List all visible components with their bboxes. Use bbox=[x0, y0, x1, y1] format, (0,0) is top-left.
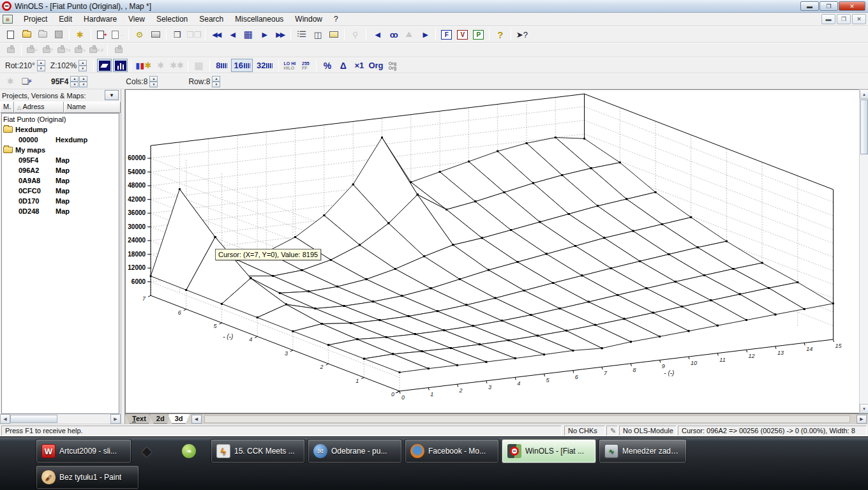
nav-last-icon[interactable]: ▶▶ bbox=[273, 28, 287, 41]
download-icon[interactable]: ⚙ bbox=[132, 28, 147, 41]
mdi-close-button[interactable]: ✕ bbox=[852, 14, 866, 24]
menu-window[interactable]: Window bbox=[289, 13, 328, 25]
import-file-icon[interactable]: + bbox=[94, 28, 109, 41]
map-3d-view[interactable]: 6000120001800024000300003600042000480005… bbox=[125, 89, 859, 413]
percent-button[interactable]: % bbox=[320, 59, 334, 72]
address-spinner-2[interactable]: ▲▼ bbox=[79, 76, 87, 87]
tree-item-hexdump[interactable]: 00000Hexdump bbox=[2, 135, 119, 145]
scroll-right-icon[interactable]: ▶ bbox=[110, 414, 121, 424]
tree-item-0D170[interactable]: 0D170Map bbox=[2, 196, 119, 206]
restore-button[interactable]: ❐ bbox=[819, 1, 838, 11]
scroll-down-icon[interactable]: ▼ bbox=[860, 404, 868, 413]
scroll-left-icon[interactable]: ◀ bbox=[0, 414, 10, 424]
zoom-spinner[interactable]: ▲▼ bbox=[79, 60, 87, 71]
column-m[interactable]: M. bbox=[0, 101, 14, 113]
tree-item-0A9A8[interactable]: 0A9A8Map bbox=[2, 175, 119, 186]
row-spinner[interactable]: ▲▼ bbox=[212, 76, 220, 87]
cols-spinner[interactable]: ▲▼ bbox=[149, 76, 158, 87]
view-3d-bars-icon[interactable] bbox=[113, 59, 128, 72]
menu-project[interactable]: Project bbox=[18, 13, 53, 25]
scroll-thumb[interactable] bbox=[10, 415, 57, 423]
export-file-icon: → bbox=[110, 28, 125, 41]
tree-item-0CFC0[interactable]: 0CFC0Map bbox=[2, 186, 119, 196]
search-prev-icon[interactable]: ◀ bbox=[370, 28, 384, 41]
panel-hscrollbar[interactable]: ◀ ▶ bbox=[0, 414, 121, 424]
org-org-button: OrgOrg bbox=[385, 59, 400, 72]
open-project-icon[interactable] bbox=[19, 28, 34, 41]
taskbar-inkscape[interactable]: ◆ bbox=[134, 439, 160, 463]
column-name[interactable]: Name bbox=[64, 101, 121, 113]
taskbar-artcut[interactable]: W Artcut2009 - sli... bbox=[36, 439, 131, 463]
menu-help[interactable]: ? bbox=[328, 13, 344, 25]
svg-text:1: 1 bbox=[430, 391, 433, 397]
print-icon[interactable] bbox=[148, 28, 163, 41]
width-16-button[interactable]: 16 bbox=[231, 59, 252, 72]
map-wizard-icon[interactable]: ▮▮✱ bbox=[135, 59, 152, 72]
wizard-icon[interactable]: ✱ bbox=[73, 28, 87, 41]
tab-2d[interactable]: 2d bbox=[149, 414, 172, 424]
tree-item-095F4[interactable]: 095F4Map bbox=[2, 155, 119, 165]
mdi-minimize-button[interactable]: ▬ bbox=[821, 14, 835, 24]
original-button[interactable]: Org bbox=[368, 59, 384, 72]
factor-x1-button[interactable]: ×1 bbox=[352, 59, 366, 72]
new-project-icon[interactable] bbox=[3, 28, 18, 41]
tab-text[interactable]: Text bbox=[125, 414, 153, 424]
tree-item-0D248[interactable]: 0D248Map bbox=[2, 206, 119, 216]
taskbar-paint[interactable]: 🖌 Bez tytułu1 - Paint bbox=[36, 465, 139, 489]
statusbar: Press F1 to receive help. No CHKs ✎ No O… bbox=[0, 424, 868, 436]
tab-scroll-track[interactable] bbox=[204, 415, 851, 423]
nav-next-icon[interactable]: ▶ bbox=[257, 28, 271, 41]
taskbar-coreldraw[interactable]: ❧ bbox=[176, 439, 202, 463]
column-adress[interactable]: △ Adress bbox=[14, 101, 64, 113]
tree-folder-mymaps[interactable]: My maps bbox=[2, 145, 119, 155]
rotation-spinner[interactable]: ▲▼ bbox=[37, 60, 45, 71]
tree-project-row[interactable]: Fiat Punto (Original) bbox=[2, 114, 119, 124]
taskbar-thunderbird[interactable]: ✉ Odebrane - pu... bbox=[308, 439, 402, 463]
menu-search[interactable]: Search bbox=[193, 13, 229, 25]
address-spinner-1[interactable]: ▲▼ bbox=[70, 76, 79, 87]
tree-folder-hexdump[interactable]: Hexdump bbox=[2, 124, 119, 135]
nav-prev-icon[interactable]: ◀ bbox=[225, 28, 239, 41]
bookmark-v-icon[interactable]: V bbox=[455, 28, 470, 41]
value-format-button[interactable]: 255FF bbox=[298, 59, 313, 72]
width-32-button[interactable]: 32 bbox=[254, 59, 275, 72]
menu-selection[interactable]: Selection bbox=[151, 13, 193, 25]
nav-first-icon[interactable]: ◀◀ bbox=[209, 28, 223, 41]
taskbar-winamp[interactable]: ϟ 15. CCK Meets ... bbox=[211, 439, 305, 463]
taskbar-task-manager[interactable]: ∿ Menedżer zada... bbox=[599, 439, 687, 463]
menu-hardware[interactable]: Hardware bbox=[78, 13, 123, 25]
tree-item-096A2[interactable]: 096A2Map bbox=[2, 165, 119, 175]
context-help-icon[interactable]: ➤? bbox=[514, 28, 529, 41]
bookmark-p-icon[interactable]: P bbox=[471, 28, 486, 41]
tab-3d[interactable]: 3d bbox=[168, 414, 190, 424]
width-8-button[interactable]: 8 bbox=[213, 59, 230, 72]
map-vscrollbar[interactable]: ▲ ▼ bbox=[859, 89, 868, 413]
bookmark-f-icon[interactable]: F bbox=[439, 28, 454, 41]
panel-dropdown-button[interactable]: ▼ bbox=[105, 90, 119, 100]
map-copy-icon[interactable]: ❏F bbox=[19, 75, 34, 88]
new-window-icon[interactable]: ❒ bbox=[170, 28, 184, 41]
byte-order-button[interactable]: LO HIHILO bbox=[282, 59, 297, 72]
search-next-icon[interactable]: ▶ bbox=[417, 28, 432, 41]
help-icon[interactable]: ? bbox=[493, 28, 507, 41]
menu-miscellaneous[interactable]: Miscellaneous bbox=[229, 13, 289, 25]
minimize-button[interactable]: ▬ bbox=[800, 1, 819, 11]
tree-view-icon[interactable]: ⫶☰ bbox=[294, 28, 309, 41]
menu-edit[interactable]: Edit bbox=[53, 13, 78, 25]
close-button[interactable]: ✕ bbox=[839, 1, 865, 11]
taskbar-winols[interactable]: ∞ WinOLS - [Fiat ... bbox=[502, 439, 596, 463]
delta-button[interactable]: Δ bbox=[336, 59, 350, 72]
script-icon[interactable] bbox=[326, 28, 341, 41]
map-address-value[interactable]: 95F4 bbox=[51, 77, 68, 86]
tab-scroll-right-icon[interactable]: ▶ bbox=[857, 415, 867, 424]
view-3d-surface-icon[interactable] bbox=[97, 59, 112, 72]
scroll-up-icon[interactable]: ▲ bbox=[860, 89, 868, 99]
mdi-restore-button[interactable]: ❐ bbox=[837, 14, 851, 24]
table-view-icon[interactable]: ▦ bbox=[241, 28, 255, 41]
vscroll-thumb[interactable] bbox=[860, 100, 868, 154]
preview-icon[interactable]: ◫ bbox=[310, 28, 325, 41]
taskbar-firefox[interactable]: Facebook - Mo... bbox=[405, 439, 499, 463]
menu-view[interactable]: View bbox=[123, 13, 151, 25]
tab-scroll-left-icon[interactable]: ◀ bbox=[191, 415, 202, 424]
binoculars-search-icon[interactable]: oo bbox=[385, 28, 400, 41]
